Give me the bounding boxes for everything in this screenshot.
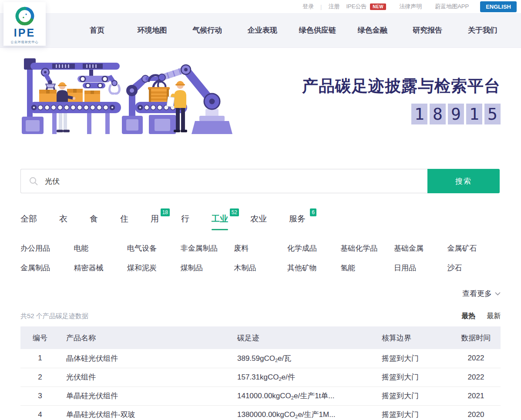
count-badge: 6 (310, 208, 316, 216)
tab-agriculture[interactable]: 农业 (250, 213, 267, 230)
cell-boundary: 摇篮到大门 (382, 368, 451, 386)
category-tabs: 全部 衣 食 住 用18 行 工业52 农业 服务6 (20, 213, 501, 230)
subcategory-item[interactable]: 其他矿物 (287, 263, 341, 273)
view-more-label: 查看更多 (462, 289, 492, 298)
announcement-link[interactable]: IPE公告 (346, 3, 366, 10)
english-button[interactable]: ENGLISH (480, 1, 517, 12)
register-link[interactable]: 注册 (328, 3, 339, 10)
subcategory-item[interactable]: 金属矿石 (447, 243, 501, 253)
cell-product-name[interactable]: 单晶硅光伏组件 (60, 386, 234, 405)
fp-value: 141000.00kgCO (237, 392, 291, 400)
tab-daily-use[interactable]: 用18 (151, 213, 159, 230)
subcategory-item[interactable]: 煤和泥炭 (127, 263, 181, 273)
cell-carbon-footprint: 389.59gCO2e/瓦 (234, 349, 382, 368)
cell-product-name[interactable]: 晶体硅光伏组件 (60, 349, 234, 368)
nav-item-home[interactable]: 首页 (70, 25, 125, 35)
subcategory-item[interactable]: 电气设备 (127, 243, 181, 253)
fp-unit: e/生产1t单... (294, 392, 335, 400)
nav-item-green-finance[interactable]: 绿色金融 (345, 25, 400, 35)
search-button[interactable]: 搜索 (427, 169, 500, 193)
chevron-down-icon (495, 292, 501, 296)
view-more-button[interactable]: 查看更多 (20, 289, 501, 299)
subcategory-item[interactable]: 日用品 (394, 263, 447, 273)
count-badge: 18 (161, 208, 170, 216)
legal-link[interactable]: 法律声明 (399, 3, 422, 10)
search-icon (29, 176, 38, 186)
results-count: 共52 个产品碳足迹数据 (20, 312, 88, 320)
counter-digit: 1 (411, 104, 427, 124)
subcategory-grid: 办公用品 电能 电气设备 非金属制品 废料 化学成品 基础化学品 基础金属 金属… (20, 243, 501, 273)
counter-digit: 5 (484, 104, 501, 124)
sort-hottest[interactable]: 最热 (461, 312, 475, 321)
ipe-swirl-icon (14, 5, 36, 27)
subcategory-item[interactable]: 化学成品 (287, 243, 341, 253)
cell-carbon-footprint: 1380000.00kgCO2e/生产1M... (234, 405, 382, 420)
cell-carbon-footprint: 141000.00kgCO2e/生产1t单... (234, 386, 382, 405)
nav-item-green-supply[interactable]: 绿色供应链 (290, 25, 345, 35)
results-bar: 共52 个产品碳足迹数据 最热 最新 (20, 312, 501, 321)
cell-product-name[interactable]: 光伏组件 (60, 368, 234, 386)
sort-newest[interactable]: 最新 (487, 312, 501, 321)
table-header-row: 编号 产品名称 碳足迹 核算边界 数据时间 (20, 326, 501, 349)
cell-no: 1 (20, 349, 60, 368)
search-input[interactable] (44, 176, 427, 186)
subcategory-item[interactable]: 精密器械 (74, 263, 128, 273)
nav-item-climate[interactable]: 气候行动 (180, 25, 235, 35)
fp-unit: e/件 (282, 373, 295, 381)
topbar-divider: | (320, 3, 322, 10)
fp-unit: e/生产1M... (298, 410, 335, 419)
subcategory-item[interactable]: 基础化学品 (340, 243, 394, 253)
cell-product-name[interactable]: 单晶硅光伏组件-双玻 (60, 405, 234, 420)
tab-food[interactable]: 食 (90, 213, 98, 230)
nav-item-reports[interactable]: 研究报告 (400, 25, 455, 35)
subcategory-item[interactable]: 废料 (234, 243, 287, 253)
counter-digit: 8 (430, 104, 446, 124)
fp-value: 157.31kgCO (237, 373, 279, 381)
hero-section: 产品碳足迹披露与检索平台 1 8 9 1 5 (0, 48, 521, 148)
product-counter: 1 8 9 1 5 (302, 104, 501, 124)
tab-all[interactable]: 全部 (20, 213, 37, 230)
search-bar: 搜索 (20, 169, 500, 193)
carbon-footprint-table: 编号 产品名称 碳足迹 核算边界 数据时间 1 晶体硅光伏组件 389.59gC… (20, 326, 501, 420)
subcategory-item[interactable]: 非金属制品 (181, 243, 234, 253)
ipe-logo[interactable]: IPE 公众环境研究中心 (3, 2, 46, 46)
tab-clothing[interactable]: 衣 (59, 213, 67, 230)
nav-item-env-map[interactable]: 环境地图 (125, 25, 180, 35)
subcategory-item[interactable]: 沙石 (447, 263, 501, 273)
cell-boundary: 摇篮到大门 (382, 386, 451, 405)
topbar: 登录 | 注册 IPE公告 NEW 法律声明 蔚蓝地图APP ENGLISH (0, 0, 521, 13)
tab-label: 服务 (289, 214, 306, 223)
login-link[interactable]: 登录 (303, 3, 314, 10)
table-row[interactable]: 3 单晶硅光伏组件 141000.00kgCO2e/生产1t单... 摇篮到大门… (20, 386, 501, 405)
counter-digit: 9 (448, 104, 464, 124)
header-data-year: 数据时间 (451, 326, 501, 349)
subcategory-item[interactable]: 木制品 (234, 263, 287, 273)
cell-year: 2020 (451, 405, 501, 420)
table-row[interactable]: 1 晶体硅光伏组件 389.59gCO2e/瓦 摇篮到大门 2022 (20, 349, 501, 368)
new-badge: NEW (370, 3, 386, 10)
tab-transport[interactable]: 行 (181, 213, 189, 230)
header-product-name: 产品名称 (60, 326, 234, 349)
tab-services[interactable]: 服务6 (289, 213, 306, 230)
cell-no: 2 (20, 368, 60, 386)
page: 登录 | 注册 IPE公告 NEW 法律声明 蔚蓝地图APP ENGLISH 首… (0, 0, 521, 420)
subcategory-item[interactable]: 煤制品 (181, 263, 234, 273)
subcategory-item[interactable]: 办公用品 (20, 243, 74, 253)
cell-carbon-footprint: 157.31kgCO2e/件 (234, 368, 382, 386)
table-row[interactable]: 4 单晶硅光伏组件-双玻 1380000.00kgCO2e/生产1M... 摇篮… (20, 405, 501, 420)
app-link[interactable]: 蔚蓝地图APP (435, 3, 469, 10)
tab-housing[interactable]: 住 (120, 213, 128, 230)
subcategory-item[interactable]: 基础金属 (394, 243, 447, 253)
counter-digit: 1 (466, 104, 482, 124)
tab-industry[interactable]: 工业52 (212, 213, 228, 230)
search-box[interactable] (20, 169, 427, 193)
subcategory-item[interactable]: 氢能 (340, 263, 394, 273)
subcategory-item[interactable]: 电能 (74, 243, 128, 253)
nav-item-about[interactable]: 关于我们 (455, 25, 511, 35)
cell-no: 3 (20, 386, 60, 405)
subcategory-item[interactable]: 金属制品 (20, 263, 74, 273)
nav-item-corporate[interactable]: 企业表现 (235, 25, 290, 35)
logo-title: IPE (14, 27, 35, 38)
cell-year: 2021 (451, 386, 501, 405)
table-row[interactable]: 2 光伏组件 157.31kgCO2e/件 摇篮到大门 2022 (20, 368, 501, 386)
